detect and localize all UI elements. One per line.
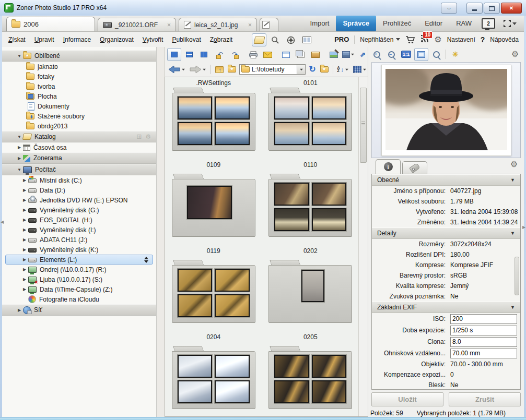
settings-gear-icon[interactable]: ⚙ [434,35,441,44]
grid-scrollbar[interactable] [358,77,368,416]
rotate-left-button[interactable]: ↶ [214,49,227,61]
expander-icon[interactable]: ▼ [16,54,23,58]
batch-filter-button[interactable] [342,49,355,61]
iso-field[interactable] [450,314,517,324]
address-bar[interactable]: L:\fotoetudy [239,64,306,75]
expander-icon[interactable]: ▼ [16,167,23,172]
tab-import[interactable]: Import [303,16,336,31]
sidebar-item-jaknato[interactable]: jaknato [2,62,156,71]
copy-button[interactable] [294,49,307,61]
tab-editor[interactable]: Editor [418,16,449,31]
save-button[interactable]: Uložit [371,392,443,406]
expander-icon[interactable]: ▶ [21,257,28,262]
zoom-in-button[interactable]: + [370,49,383,61]
zoom-out-button[interactable]: − [385,49,398,61]
folder-item-0110[interactable]: 0110 [262,88,359,174]
sidebar-splitter[interactable] [157,47,165,417]
sidebar-item-data-d[interactable]: ▶Data (D:) [2,185,156,195]
folder-item-0204[interactable]: 0204 [165,260,262,346]
address-dropdown[interactable] [297,65,305,74]
dual-pane-button[interactable] [300,34,313,46]
quick-edit-button[interactable] [327,49,340,61]
menu-zobrazit[interactable]: Zobrazit [210,36,232,43]
sidebar-item-obrdg2013[interactable]: obrdg2013 [2,121,156,131]
folder-item-partial[interactable] [262,346,359,409]
fullscreen-icon[interactable] [504,20,517,27]
favorite-folder-button[interactable] [319,64,330,75]
info-settings-gear-icon[interactable]: ⚙ [510,160,518,169]
exposure-time-field[interactable] [450,326,517,335]
zoom-lock-button[interactable] [430,49,443,61]
chevron-down-icon[interactable] [182,68,185,70]
scrollbar-thumb[interactable] [360,88,367,163]
menu-publikovat[interactable]: Publikovat [172,36,201,43]
news-feed-button[interactable]: 10 [420,35,429,44]
tab-manager[interactable]: Správce [336,16,376,31]
catalog-gear-icon[interactable]: ⚙ [145,133,151,140]
sidebar-item-casova-osa[interactable]: ▶ Časová osa [2,142,156,152]
view-mode-button[interactable] [352,64,368,75]
document-tab-2006[interactable]: 2006 [6,17,95,31]
folder-label[interactable]: 0101 [262,79,359,88]
sidebar-item-dokumenty[interactable]: Dokumenty [2,101,156,111]
menu-ziskat[interactable]: Získat [8,36,26,43]
section-collapse-icon[interactable]: ▼ [510,305,515,310]
tab-raw[interactable]: RAW [449,16,478,31]
tab-information[interactable]: i [376,159,401,174]
fit-to-screen-button[interactable] [414,48,428,61]
expander-icon[interactable]: ▶ [16,308,23,313]
folder-item-0109[interactable]: 0109 [165,88,262,174]
second-display-icon[interactable]: 2 [482,18,495,29]
sidebar-item-elements-l-selected[interactable]: ▶ Elements (L:) [5,255,153,265]
folder-item-0205[interactable]: 0205 [262,260,359,346]
expander-icon[interactable]: ▼ [16,135,23,139]
folder-label[interactable]: .RWSettings [165,79,262,88]
archive-button[interactable] [309,49,322,61]
rotate-right-button[interactable]: ↷ [228,49,241,61]
sort-button[interactable]: AZ↓ [336,64,350,75]
up-folder-button[interactable] [214,64,225,75]
folder-item-0202[interactable]: 0202 [262,174,359,260]
document-tab-empty[interactable] [260,18,278,31]
print-button[interactable] [247,49,260,61]
tab-viewer[interactable]: Prohlížeč [376,16,418,31]
view-split-vertical-button[interactable] [197,49,211,61]
aperture-field[interactable] [450,337,517,347]
menu-informace[interactable]: Informace [63,36,91,43]
tab-keywords[interactable] [402,161,427,174]
expander-icon[interactable]: ▶ [16,156,23,161]
close-button[interactable]: ✕ [501,3,522,14]
help-question-icon[interactable]: ? [481,35,485,44]
section-collapse-icon[interactable]: ▼ [510,177,515,183]
sidebar-item-stazene-soubory[interactable]: Stažené soubory [2,111,156,121]
folder-item-0119[interactable]: 0119 [165,174,262,260]
tab-close-icon[interactable]: × [248,21,252,29]
zoom-100-button[interactable]: 1:1 [400,49,413,61]
account-menu[interactable]: Nepřihlášen [360,36,400,43]
folder-browse-mode-button[interactable] [252,33,266,46]
email-button[interactable] [261,49,274,61]
forward-button[interactable] [189,64,207,75]
cart-icon[interactable] [405,35,415,44]
sidebar-item-time-capsule-z[interactable]: ▶Data (\\Time-Capsule) (Z:) [2,284,156,294]
folder-item-partial[interactable] [165,346,262,409]
chevron-down-icon[interactable] [345,68,348,70]
sidebar-item-disk-g[interactable]: ▶Vyměnitelný disk (G:) [2,205,156,215]
view-single-button[interactable] [167,48,181,61]
new-folder-button[interactable] [227,64,237,75]
document-tab-jpg[interactable]: leica_s2_01.jpg × [179,18,257,31]
sidebar-item-ondrej-r[interactable]: ▶Ondrej (\\10.0.0.17) (R:) [2,265,156,274]
document-tab-orf[interactable]: _9210021.ORF × [98,18,176,31]
sidebar-item-plocha[interactable]: Plocha [2,91,156,101]
sidebar-group-favorites[interactable]: ▼ Oblíbené [2,50,156,62]
sidebar-item-mistni-disk-c[interactable]: ▶Místní disk (C:) [2,175,156,185]
sidebar-group-sit[interactable]: ▶ Síť [2,304,156,316]
add-folder-icon[interactable]: ⊞ [136,133,142,140]
sidebar-item-disk-k[interactable]: ▶Vyměnitelný disk (K:) [2,245,156,255]
window-swap-button[interactable]: ⇔ [441,3,457,14]
focal-length-field[interactable] [450,349,517,358]
section-details[interactable]: Detaily▼ [372,227,520,239]
sidebar-item-fotaky[interactable]: fotaky [2,71,156,81]
sidebar-item-eos-digital-h[interactable]: ▶EOS_DIGITAL (H:) [2,215,156,225]
menu-upravit[interactable]: Upravit [34,36,54,43]
